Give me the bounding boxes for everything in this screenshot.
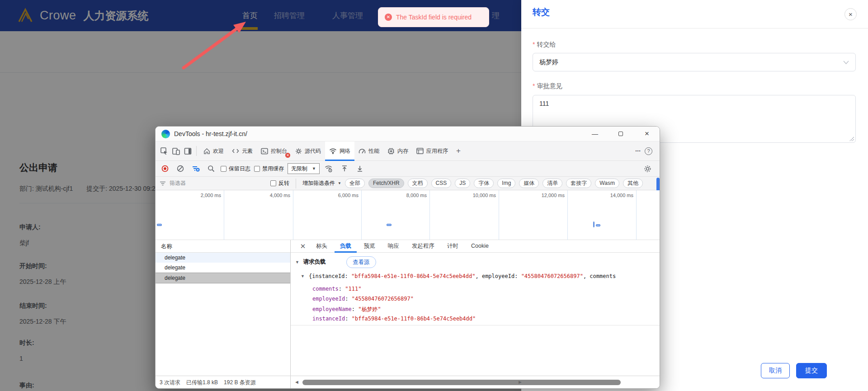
device-toolbar-icon[interactable] xyxy=(170,145,182,157)
close-detail-icon[interactable]: ✕ xyxy=(297,242,309,250)
sources-icon xyxy=(295,148,302,155)
more-options-icon[interactable]: ⋯ xyxy=(635,148,641,154)
filter-toggle-icon[interactable] xyxy=(190,163,202,174)
detail-tab-initiator[interactable]: 发起程序 xyxy=(406,240,440,253)
record-icon[interactable] xyxy=(159,163,171,174)
search-icon[interactable] xyxy=(205,163,217,174)
timeline-gridline xyxy=(499,190,499,240)
home-icon xyxy=(203,148,210,155)
devtools-titlebar[interactable]: DevTools - hr-test.zjf-it.cn/ — × xyxy=(156,127,660,141)
cancel-button[interactable]: 取消 xyxy=(761,363,790,378)
settings-gear-icon[interactable] xyxy=(642,163,653,174)
divider xyxy=(291,325,660,325)
application-icon xyxy=(416,148,424,154)
invert-filter-toggle[interactable]: 反转 xyxy=(270,179,289,187)
maximize-button[interactable] xyxy=(610,127,631,141)
code-icon xyxy=(232,148,239,154)
tab-application[interactable]: 应用程序 xyxy=(412,141,452,161)
filter-pill-doc[interactable]: 文档 xyxy=(408,179,428,188)
payload-section-header[interactable]: ▼ 请求负载 xyxy=(295,258,326,266)
filter-pill-media[interactable]: 媒体 xyxy=(519,179,539,188)
chevron-down-icon xyxy=(843,61,849,65)
expand-arrow-icon[interactable]: ▼ xyxy=(301,274,305,278)
horizontal-scrollbar[interactable]: ◄ ► xyxy=(291,376,525,389)
more-tabs-button[interactable]: + xyxy=(452,141,465,161)
drawer-close-icon[interactable]: × xyxy=(844,8,857,20)
tab-network[interactable]: 网络 xyxy=(325,141,354,161)
minimize-button[interactable]: — xyxy=(585,127,605,141)
required-asterisk: * xyxy=(533,82,535,90)
tab-performance[interactable]: 性能 xyxy=(354,141,383,161)
detail-tab-headers[interactable]: 标头 xyxy=(311,240,333,253)
devtools-statusbar: 3 次请求 已传输1.8 kB 192 B 条资源 ◄ ► xyxy=(156,376,660,388)
tab-sources[interactable]: 源代码 xyxy=(291,141,325,161)
tab-memory[interactable]: 内存 xyxy=(383,141,412,161)
detail-tab-timing[interactable]: 计时 xyxy=(442,240,464,253)
error-icon: ✕ xyxy=(385,14,392,21)
payload-entry: employeeId: "45580476072656897" xyxy=(312,296,414,302)
detail-tab-payload[interactable]: 负载 xyxy=(335,240,357,253)
tab-welcome[interactable]: 欢迎 xyxy=(199,141,228,161)
comment-label: *审批意见 xyxy=(533,82,562,90)
timeline-gridline xyxy=(636,190,637,240)
collapse-arrow-icon[interactable]: ▼ xyxy=(295,260,299,264)
horizontal-scrollbar-thumb[interactable] xyxy=(302,380,621,385)
filter-pill-all[interactable]: 全部 xyxy=(345,179,365,188)
resize-grip-icon[interactable] xyxy=(849,137,854,141)
detail-tab-response[interactable]: 响应 xyxy=(382,240,405,253)
request-row-selected[interactable]: delegate xyxy=(156,273,290,283)
filter-pill-socket[interactable]: 套接字 xyxy=(566,179,591,188)
filter-pill-manifest[interactable]: 清单 xyxy=(542,179,562,188)
edge-logo-icon xyxy=(161,130,170,138)
payload-summary-line[interactable]: {instanceId: "bffa5984-e51e-11f0-86b4-5e… xyxy=(309,273,657,279)
performance-icon xyxy=(359,148,366,154)
filter-pill-js[interactable]: JS xyxy=(455,179,470,188)
resource-size: 192 B 条资源 xyxy=(224,379,256,386)
clear-icon[interactable] xyxy=(175,163,186,174)
filter-pill-img[interactable]: Img xyxy=(497,179,515,188)
request-marker xyxy=(596,224,600,226)
filter-pill-other[interactable]: 其他 xyxy=(623,179,643,188)
memory-icon xyxy=(387,148,395,155)
detail-tab-cookie[interactable]: Cookie xyxy=(466,240,494,253)
request-row[interactable]: delegate xyxy=(156,253,290,263)
network-timeline[interactable]: 2,000 ms 4,000 ms 6,000 ms 8,000 ms 10,0… xyxy=(156,190,660,240)
scroll-right-icon[interactable]: ► xyxy=(518,379,523,385)
filter-pill-css[interactable]: CSS xyxy=(431,179,452,188)
detail-tab-preview[interactable]: 预览 xyxy=(359,240,381,253)
annotation-arrow xyxy=(175,17,257,76)
request-list-pane: 名称 delegate delegate delegate xyxy=(156,240,291,376)
screenshot-root: Crowe 人力资源系统 首页 招聘管理 人事管理 理 首页 › 详情 公出申请… xyxy=(0,0,868,391)
tab-console[interactable]: 控制台 ✕ xyxy=(257,141,291,161)
timeline-gridline xyxy=(361,190,362,240)
scroll-left-icon[interactable]: ◄ xyxy=(294,379,299,385)
preserve-log-toggle[interactable]: 保留日志 xyxy=(221,165,250,173)
close-button[interactable]: × xyxy=(637,127,657,141)
help-icon[interactable]: ? xyxy=(645,147,652,155)
filter-pill-font[interactable]: 字体 xyxy=(474,179,494,188)
checkbox-icon[interactable] xyxy=(270,180,276,186)
checkbox-icon[interactable] xyxy=(254,166,260,172)
view-source-button[interactable]: 查看源 xyxy=(346,256,376,268)
export-har-icon[interactable] xyxy=(354,163,366,174)
network-conditions-icon[interactable] xyxy=(323,163,335,174)
more-filters-button[interactable]: 增加筛选条件 ▼ xyxy=(302,179,341,187)
transfer-to-select[interactable]: 杨梦婷 xyxy=(533,53,856,71)
request-list-header[interactable]: 名称 xyxy=(156,240,290,253)
transferred-size: 已传输1.8 kB xyxy=(186,379,218,386)
error-toast: ✕ The TaskId field is required xyxy=(378,7,489,27)
filter-input[interactable]: 筛选器 xyxy=(170,179,267,187)
throttling-select[interactable]: 无限制 ▼ xyxy=(288,163,320,174)
disable-cache-toggle[interactable]: 禁用缓存 xyxy=(254,165,284,173)
tab-elements[interactable]: 元素 xyxy=(228,141,257,161)
checkbox-icon[interactable] xyxy=(221,166,226,172)
timeline-tick: 14,000 ms xyxy=(570,193,633,198)
filter-pill-fetch-xhr[interactable]: Fetch/XHR xyxy=(368,179,404,188)
inspect-element-icon[interactable] xyxy=(158,145,170,157)
submit-button[interactable]: 提交 xyxy=(796,363,827,378)
dock-side-icon[interactable] xyxy=(182,145,193,157)
filter-pill-wasm[interactable]: Wasm xyxy=(595,179,619,188)
error-toast-text: The TaskId field is required xyxy=(396,14,472,21)
import-har-icon[interactable] xyxy=(339,163,350,174)
request-row[interactable]: delegate xyxy=(156,263,290,273)
